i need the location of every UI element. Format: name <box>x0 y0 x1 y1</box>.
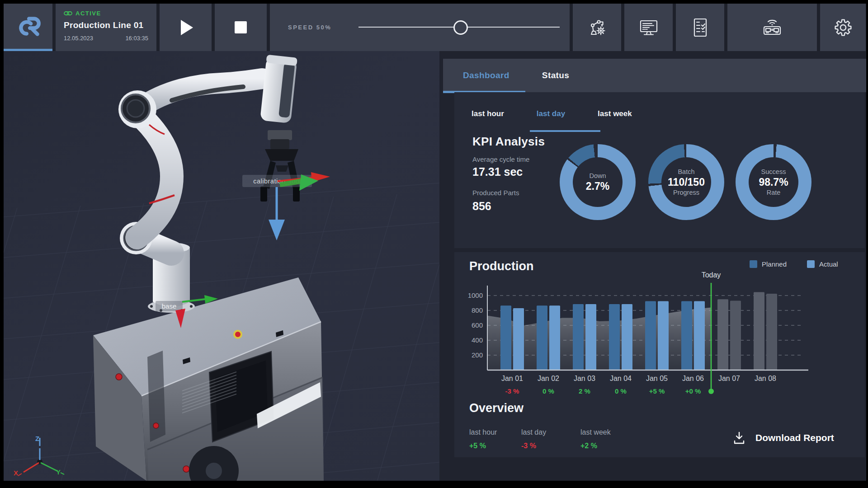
donut-value: 110/150 <box>668 176 705 188</box>
subtab-last-week[interactable]: last week <box>598 109 632 118</box>
bar-actual <box>766 294 777 370</box>
overview-label: last hour <box>469 428 497 436</box>
date-label: 12.05.2023 <box>64 35 93 42</box>
page-title: Production Line 01 <box>64 20 148 30</box>
overview-label: last week <box>580 428 611 436</box>
stop-icon <box>235 21 247 33</box>
actual-swatch <box>807 260 815 268</box>
downtime-donut: Down 2.7% <box>560 144 636 220</box>
delta-label: -3 % <box>505 387 519 395</box>
bar-planned <box>537 305 547 370</box>
x-category-label: Jan 01 <box>501 375 523 382</box>
play-icon <box>181 20 193 35</box>
avg-cycle-time-label: Average cycle time <box>472 155 529 163</box>
speed-slider-handle[interactable] <box>453 20 468 35</box>
y-tick-label: 200 <box>472 351 483 359</box>
tab-status[interactable]: Status <box>542 70 569 80</box>
delta-label: +5 % <box>649 387 665 395</box>
remote-control-button[interactable] <box>727 4 817 51</box>
stop-button[interactable] <box>215 4 267 51</box>
bar-planned <box>645 301 656 370</box>
x-category-label: Jan 04 <box>610 375 632 382</box>
report-icon <box>691 17 709 38</box>
top-bar: ACTIVE Production Line 01 12.05.2023 16:… <box>4 4 866 51</box>
console-button[interactable] <box>624 4 673 51</box>
robot-config-icon <box>587 18 607 38</box>
right-panel: Dashboard Status last hour last day last… <box>439 51 866 481</box>
donut-value: 2.7% <box>586 180 609 192</box>
subtab-last-day[interactable]: last day <box>537 109 565 118</box>
bar-actual <box>513 308 524 370</box>
y-tick-label: 800 <box>472 306 483 314</box>
play-button[interactable] <box>160 4 212 51</box>
production-line-header: ACTIVE Production Line 01 12.05.2023 16:… <box>56 4 156 51</box>
overview-heading: Overview <box>469 401 524 415</box>
report-button[interactable] <box>676 4 724 51</box>
bar-actual <box>730 301 741 370</box>
status-badge: ACTIVE <box>75 10 101 17</box>
base-gizmo[interactable] <box>175 295 218 328</box>
bar-planned <box>717 299 728 370</box>
bar-actual <box>549 305 560 370</box>
delta-label: 0 % <box>615 387 627 395</box>
donut-top-label: Success <box>761 168 786 176</box>
y-tick-label: 1000 <box>468 291 483 299</box>
settings-icon <box>833 18 853 38</box>
brand-logo-icon <box>14 12 42 40</box>
planned-label: Planned <box>762 260 787 268</box>
bar-planned <box>681 301 692 370</box>
panel-tab-bar: Dashboard Status <box>443 59 866 92</box>
avg-cycle-time-value: 17.31 sec <box>472 165 523 178</box>
active-subtab-underline <box>530 130 600 132</box>
overview-last-day: last day -3 % <box>521 428 546 450</box>
download-report-label: Download Report <box>755 432 834 443</box>
legend-planned: Planned <box>750 260 787 268</box>
x-category-label: Jan 03 <box>574 375 595 382</box>
tool-gizmo[interactable] <box>269 172 330 240</box>
overview-label: last day <box>521 428 546 436</box>
delta-label: 0 % <box>542 387 554 395</box>
speed-label: SPEED 50% <box>288 24 331 31</box>
download-icon <box>733 431 745 445</box>
x-category-label: Jan 06 <box>682 375 704 382</box>
legend-actual: Actual <box>807 260 838 268</box>
download-report-button[interactable]: Download Report <box>733 431 834 445</box>
today-dot <box>708 389 714 394</box>
world-axis-triad <box>18 437 64 476</box>
settings-button[interactable] <box>820 4 866 51</box>
3d-viewport[interactable]: calibration_tool base X Y Z <box>4 51 439 481</box>
app-window: ACTIVE Production Line 01 12.05.2023 16:… <box>4 4 866 481</box>
tab-dashboard[interactable]: Dashboard <box>463 70 509 80</box>
bar-actual <box>622 304 632 370</box>
batch-progress-donut: Batch 110/150 Progress <box>648 144 724 220</box>
time-label: 16:03:35 <box>125 35 148 42</box>
donut-top-label: Down <box>589 172 606 180</box>
x-category-label: Jan 05 <box>646 375 668 382</box>
x-category-label: Jan 08 <box>755 375 776 382</box>
remote-control-icon <box>761 18 783 38</box>
bar-actual <box>658 301 669 370</box>
x-category-label: Jan 02 <box>538 375 559 382</box>
y-tick-label: 600 <box>472 321 483 329</box>
donut-sub-label: Rate <box>767 188 781 197</box>
app-logo[interactable] <box>4 4 52 51</box>
robot-config-button[interactable] <box>573 4 621 51</box>
production-chart: 2004006008001000Jan 01-3 %Jan 020 %Jan 0… <box>460 270 831 419</box>
subtab-last-hour[interactable]: last hour <box>472 109 504 118</box>
donut-value: 98.7% <box>759 176 788 188</box>
delta-label: 2 % <box>579 387 590 395</box>
bar-actual <box>585 304 596 370</box>
gizmo-overlay <box>4 51 439 481</box>
bar-planned <box>500 305 511 370</box>
kpi-heading: KPI Analysis <box>472 135 545 149</box>
success-rate-donut: Success 98.7% Rate <box>736 144 811 220</box>
speed-control: SPEED 50% <box>270 4 570 51</box>
bar-planned <box>609 304 620 370</box>
today-label: Today <box>702 271 721 279</box>
console-icon <box>638 18 659 38</box>
overview-value: -3 % <box>521 442 546 450</box>
donut-top-label: Batch <box>678 168 694 176</box>
produced-parts-label: Produced Parts <box>472 189 519 197</box>
delta-label: +0 % <box>685 387 701 395</box>
bar-planned <box>754 292 764 370</box>
